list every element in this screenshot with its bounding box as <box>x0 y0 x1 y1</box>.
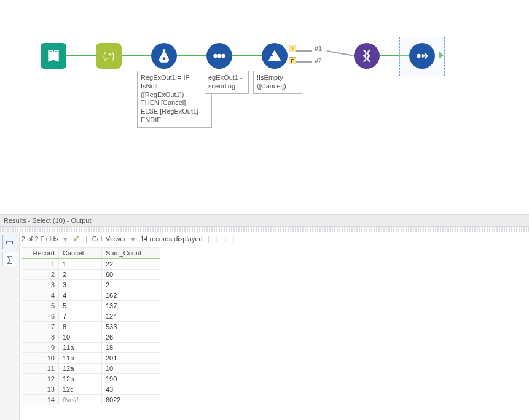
prev-record-button[interactable]: ↑ <box>214 234 219 244</box>
cell-cancel[interactable]: 8 <box>59 322 102 332</box>
multi-row-formula-tool[interactable] <box>206 43 232 69</box>
workflow-canvas[interactable]: (.*) T F #1 #2 RegExOut1 = IF IsNull ([R… <box>0 0 529 209</box>
regex-tool[interactable]: (.*) <box>96 43 122 69</box>
table-row[interactable]: 1122 <box>22 259 160 270</box>
cell-cancel[interactable]: 7 <box>59 311 102 322</box>
table-row[interactable]: 14[Null]6022 <box>22 395 160 405</box>
cell-record: 9 <box>22 343 59 353</box>
book-icon <box>45 48 61 64</box>
gutter-metadata-button[interactable]: ∑ <box>2 252 17 266</box>
table-row[interactable]: 1011b201 <box>22 353 160 364</box>
col-cancel[interactable]: Cancel <box>59 248 102 259</box>
cell-sum-count[interactable]: 60 <box>102 270 160 280</box>
cell-viewer-dropdown-icon[interactable]: ▾ <box>131 235 135 243</box>
table-row[interactable]: 44162 <box>22 290 160 301</box>
cell-record: 7 <box>22 322 59 332</box>
svg-point-5 <box>213 54 217 58</box>
table-row[interactable]: 1312c43 <box>22 384 160 395</box>
text-input-tool[interactable] <box>41 43 66 69</box>
svg-text:(.*): (.*) <box>103 51 115 61</box>
results-title: Results - Select (10) - Output <box>4 217 91 224</box>
cell-record: 4 <box>22 290 59 301</box>
cell-record: 11 <box>22 364 59 374</box>
cell-sum-count[interactable]: 6022 <box>102 395 160 405</box>
fields-dropdown-icon[interactable]: ▾ <box>63 235 68 243</box>
table-row[interactable]: 78533 <box>22 322 160 332</box>
cell-cancel[interactable]: 11b <box>59 353 102 364</box>
flask-icon <box>156 48 172 64</box>
cell-sum-count[interactable]: 124 <box>102 311 160 322</box>
table-row[interactable]: 332 <box>22 280 160 290</box>
cell-cancel[interactable]: 1 <box>59 259 102 270</box>
col-record[interactable]: Record <box>22 248 59 259</box>
next-record-button[interactable]: ↓ <box>224 234 228 244</box>
cell-record: 10 <box>22 353 59 364</box>
cell-cancel[interactable]: [Null] <box>59 395 102 405</box>
select-tool[interactable] <box>409 43 435 69</box>
cell-cancel[interactable]: 3 <box>59 280 102 290</box>
results-gutter: ≣ ∑ ▭ <box>0 232 20 420</box>
cell-viewer-label[interactable]: Cell Viewer <box>92 235 126 243</box>
branch-1-label: #1 <box>315 45 322 52</box>
cell-sum-count[interactable]: 201 <box>102 353 160 364</box>
cell-record: 6 <box>22 311 59 322</box>
cell-record: 13 <box>22 384 59 395</box>
cell-record: 5 <box>22 301 59 311</box>
regex-icon: (.*) <box>96 43 122 69</box>
table-row[interactable]: 67124 <box>22 311 160 322</box>
cell-sum-count[interactable]: 533 <box>102 322 160 332</box>
cell-sum-count[interactable]: 2 <box>102 280 160 290</box>
cell-sum-count[interactable]: 43 <box>102 384 160 395</box>
check-icon[interactable]: ✔ <box>72 233 80 244</box>
results-title-bar: Results - Select (10) - Output <box>0 214 529 227</box>
connector <box>122 55 151 56</box>
cell-record: 12 <box>22 374 59 384</box>
table-header-row: Record Cancel Sum_Count <box>22 248 160 259</box>
filter-true-anchor[interactable]: T <box>289 45 296 52</box>
svg-point-10 <box>417 54 421 58</box>
panel-grip[interactable] <box>0 227 529 232</box>
results-toolbar: 2 of 2 Fields ▾ ✔ | Cell Viewer ▾ 14 rec… <box>22 233 234 244</box>
table-row[interactable]: 911a18 <box>22 343 160 353</box>
table-row[interactable]: 1212b190 <box>22 374 160 384</box>
cell-record: 3 <box>22 280 59 290</box>
cell-cancel[interactable]: 12b <box>59 374 102 384</box>
cell-record: 14 <box>22 395 59 405</box>
sort-annotation: egExOut1 - scending <box>205 71 249 94</box>
dots-icon <box>211 48 227 64</box>
cell-cancel[interactable]: 2 <box>59 270 102 280</box>
cell-sum-count[interactable]: 22 <box>102 259 160 270</box>
cell-cancel[interactable]: 12a <box>59 364 102 374</box>
cell-sum-count[interactable]: 190 <box>102 374 160 384</box>
filter-tool[interactable] <box>262 43 288 69</box>
connector <box>66 55 96 56</box>
svg-point-6 <box>217 54 222 58</box>
filter-false-anchor[interactable]: F <box>289 57 296 64</box>
col-sum-count[interactable]: Sum_Count <box>102 248 160 259</box>
cell-record: 1 <box>22 259 59 270</box>
gutter-data-button[interactable]: ▭ <box>2 235 17 249</box>
connector <box>177 55 206 56</box>
table-row[interactable]: 55137 <box>22 301 160 311</box>
cell-sum-count[interactable]: 18 <box>102 343 160 353</box>
svg-rect-1 <box>55 51 57 52</box>
cell-record: 2 <box>22 270 59 280</box>
cell-cancel[interactable]: 5 <box>59 301 102 311</box>
table-row[interactable]: 1112a10 <box>22 364 160 374</box>
cell-cancel[interactable]: 12c <box>59 384 102 395</box>
connector <box>232 55 262 56</box>
cell-sum-count[interactable]: 26 <box>102 332 160 343</box>
summarize-tool[interactable] <box>354 43 380 69</box>
table-row[interactable]: 2260 <box>22 270 160 280</box>
cell-cancel[interactable]: 11a <box>59 343 102 353</box>
cell-sum-count[interactable]: 10 <box>102 364 160 374</box>
formula-annotation: RegExOut1 = IF IsNull ([RegExOut1]) THEN… <box>137 71 212 128</box>
formula-tool[interactable] <box>151 43 177 69</box>
cell-cancel[interactable]: 4 <box>59 290 102 301</box>
fields-count-label[interactable]: 2 of 2 Fields <box>22 235 58 243</box>
cell-sum-count[interactable]: 137 <box>102 301 160 311</box>
results-grid[interactable]: Record Cancel Sum_Count 1122226033244162… <box>22 247 160 405</box>
table-row[interactable]: 81026 <box>22 332 160 343</box>
cell-cancel[interactable]: 10 <box>59 332 102 343</box>
cell-sum-count[interactable]: 162 <box>102 290 160 301</box>
